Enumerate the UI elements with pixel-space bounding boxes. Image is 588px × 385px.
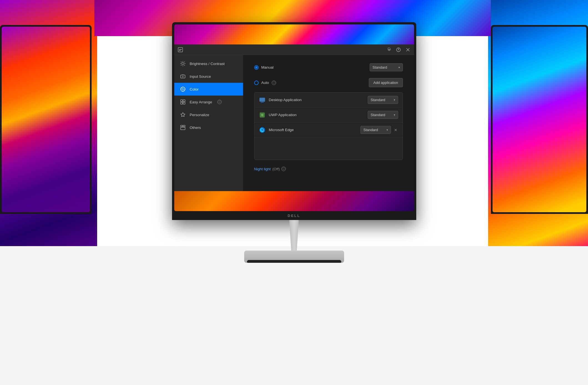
desktop-app-name: Desktop Application xyxy=(269,98,364,102)
sidebar-item-easy-arrange[interactable]: Easy Arrange ⓘ xyxy=(174,96,243,108)
arrange-info-icon[interactable]: ⓘ xyxy=(217,100,222,104)
night-light-status: (Off) xyxy=(272,167,280,171)
bottom-wallpaper xyxy=(174,191,414,211)
desktop-preset-dropdown[interactable]: Standard ▾ xyxy=(368,96,398,104)
settings-button[interactable] xyxy=(386,47,392,52)
list-empty-space xyxy=(254,138,403,160)
app-row-desktop: Desktop Application Standard ▾ xyxy=(254,92,403,108)
svg-point-4 xyxy=(398,50,399,51)
night-light-link[interactable]: Night light xyxy=(254,167,271,171)
app-window: Brightness / Contrast Inp xyxy=(174,44,414,191)
auto-info-icon[interactable]: ⓘ xyxy=(272,81,276,85)
svg-rect-18 xyxy=(261,102,263,102)
edge-dropdown-arrow: ▾ xyxy=(387,128,388,131)
color-icon xyxy=(180,86,186,92)
edge-app-icon xyxy=(259,127,266,133)
svg-point-7 xyxy=(182,76,183,77)
dropdown-arrow: ▾ xyxy=(398,66,400,69)
sidebar: Brightness / Contrast Inp xyxy=(174,55,243,191)
uwp-preset-dropdown[interactable]: Standard ▾ xyxy=(368,111,398,119)
arrange-label: Easy Arrange xyxy=(190,100,212,104)
input-icon xyxy=(180,73,186,79)
add-application-button[interactable]: Add application xyxy=(369,78,403,87)
svg-rect-11 xyxy=(183,100,185,102)
desktop-app-icon xyxy=(259,97,266,103)
uwp-app-name: UWP Application xyxy=(269,113,364,117)
auto-label: Auto xyxy=(261,81,269,85)
right-monitor xyxy=(491,25,588,214)
sidebar-item-others[interactable]: Others xyxy=(174,121,243,134)
svg-rect-17 xyxy=(259,98,265,102)
app-body: Brightness / Contrast Inp xyxy=(174,55,414,191)
stand-neck xyxy=(285,220,304,251)
uwp-dropdown-arrow: ▾ xyxy=(394,113,395,116)
title-bar-left xyxy=(178,47,183,52)
stand-base xyxy=(244,251,344,263)
others-label: Others xyxy=(190,126,201,130)
auto-radio[interactable] xyxy=(254,81,259,85)
edge-remove-button[interactable]: ✕ xyxy=(393,128,398,132)
content-area: Manual Standard ▾ Auto xyxy=(243,55,414,191)
sidebar-item-input[interactable]: Input Source xyxy=(174,70,243,83)
desktop-dropdown-arrow: ▾ xyxy=(394,98,395,101)
monitor-stand xyxy=(244,220,344,263)
brightness-label: Brightness / Contrast xyxy=(190,62,225,66)
svg-rect-19 xyxy=(261,102,264,103)
edge-app-right: Standard ▾ ✕ xyxy=(360,126,398,134)
uwp-app-right: Standard ▾ xyxy=(368,111,398,119)
edge-preset-dropdown[interactable]: Standard ▾ xyxy=(360,126,391,134)
title-bar xyxy=(174,44,414,55)
close-button[interactable] xyxy=(405,47,411,52)
uwp-preset-value: Standard xyxy=(371,113,385,117)
manual-preset-dropdown[interactable]: Standard ▾ xyxy=(370,63,403,71)
brightness-icon xyxy=(180,61,186,67)
edge-preset-value: Standard xyxy=(364,128,378,132)
dell-logo-text: DELL xyxy=(288,214,301,218)
center-monitor-frame: Brightness / Contrast Inp xyxy=(172,22,416,220)
svg-rect-15 xyxy=(183,125,185,127)
star-icon xyxy=(180,112,186,118)
svg-point-5 xyxy=(182,62,184,65)
color-label: Color xyxy=(190,87,199,91)
applications-list: Desktop Application Standard ▾ xyxy=(254,92,403,160)
svg-rect-1 xyxy=(179,49,182,50)
svg-point-9 xyxy=(182,88,184,90)
app-icon xyxy=(178,47,183,52)
uwp-app-icon xyxy=(259,112,266,118)
svg-rect-14 xyxy=(181,125,183,127)
floor xyxy=(0,246,588,385)
title-bar-controls xyxy=(386,47,411,52)
manual-row: Manual Standard ▾ xyxy=(254,63,403,71)
center-monitor-container: Brightness / Contrast Inp xyxy=(172,22,416,263)
svg-rect-16 xyxy=(181,127,185,130)
center-monitor-screen: Brightness / Contrast Inp xyxy=(174,24,414,211)
right-monitor-screen xyxy=(493,27,586,212)
manual-preset-value: Standard xyxy=(373,65,387,69)
auto-row: Auto ⓘ Add application xyxy=(254,78,403,87)
sidebar-item-personalize[interactable]: Personalize xyxy=(174,108,243,121)
top-wallpaper xyxy=(174,24,414,44)
left-monitor xyxy=(0,25,92,214)
manual-radio-group: Manual xyxy=(254,65,274,70)
app-row-edge: Microsoft Edge Standard ▾ ✕ xyxy=(254,122,403,138)
night-light-row: Night light (Off) ⓘ xyxy=(254,167,403,171)
others-icon xyxy=(180,124,186,131)
arrange-icon xyxy=(180,99,186,105)
manual-radio[interactable] xyxy=(254,65,259,70)
input-label: Input Source xyxy=(190,74,211,79)
personalize-label: Personalize xyxy=(190,113,210,117)
sidebar-item-color[interactable]: Color xyxy=(174,83,243,96)
svg-rect-6 xyxy=(181,75,185,78)
sidebar-item-brightness[interactable]: Brightness / Contrast xyxy=(174,57,243,70)
night-light-info-icon[interactable]: ⓘ xyxy=(281,167,286,171)
edge-app-name: Microsoft Edge xyxy=(269,128,357,132)
app-row-uwp: UWP Application Standard ▾ xyxy=(254,108,403,122)
stand-rubber xyxy=(248,260,341,262)
svg-rect-2 xyxy=(179,50,181,51)
svg-rect-13 xyxy=(183,102,185,104)
desktop-preset-value: Standard xyxy=(371,98,385,102)
auto-left: Auto ⓘ xyxy=(254,81,276,85)
left-monitor-screen xyxy=(2,27,90,212)
bottom-bezel: DELL xyxy=(174,211,414,220)
help-button[interactable] xyxy=(396,47,401,52)
